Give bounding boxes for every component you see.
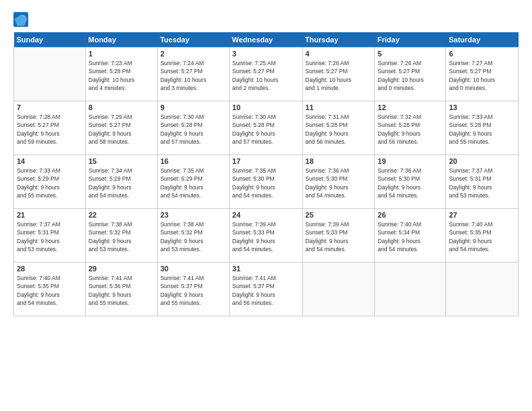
day-info: Sunrise: 7:41 AM Sunset: 5:37 PM Dayligh… — [161, 274, 226, 307]
day-info: Sunrise: 7:35 AM Sunset: 5:30 PM Dayligh… — [232, 167, 300, 199]
day-info: Sunrise: 7:24 AM Sunset: 5:27 PM Dayligh… — [161, 59, 226, 92]
day-cell: 7Sunrise: 7:28 AM Sunset: 5:27 PM Daylig… — [14, 101, 86, 155]
day-info: Sunrise: 7:30 AM Sunset: 5:28 PM Dayligh… — [232, 113, 300, 146]
day-cell: 26Sunrise: 7:40 AM Sunset: 5:34 PM Dayli… — [375, 209, 446, 263]
header-cell-sunday: Sunday — [14, 32, 86, 48]
day-number: 19 — [378, 157, 443, 165]
day-cell: 4Sunrise: 7:26 AM Sunset: 5:27 PM Daylig… — [302, 48, 375, 101]
day-number: 2 — [161, 50, 226, 58]
day-number: 6 — [449, 50, 515, 58]
day-info: Sunrise: 7:23 AM Sunset: 5:28 PM Dayligh… — [89, 59, 154, 92]
header-cell-saturday: Saturday — [446, 32, 519, 48]
day-info: Sunrise: 7:33 AM Sunset: 5:29 PM Dayligh… — [17, 167, 83, 199]
day-cell: 17Sunrise: 7:35 AM Sunset: 5:30 PM Dayli… — [229, 155, 302, 209]
day-cell: 30Sunrise: 7:41 AM Sunset: 5:37 PM Dayli… — [157, 263, 229, 316]
day-number: 22 — [89, 211, 154, 219]
day-info: Sunrise: 7:29 AM Sunset: 5:27 PM Dayligh… — [89, 113, 154, 146]
day-cell: 8Sunrise: 7:29 AM Sunset: 5:27 PM Daylig… — [85, 101, 157, 155]
page: SundayMondayTuesdayWednesdayThursdayFrid… — [0, 0, 532, 411]
day-cell: 9Sunrise: 7:30 AM Sunset: 5:28 PM Daylig… — [157, 101, 229, 155]
day-info: Sunrise: 7:39 AM Sunset: 5:33 PM Dayligh… — [232, 220, 300, 253]
day-info: Sunrise: 7:41 AM Sunset: 5:37 PM Dayligh… — [232, 274, 300, 307]
day-info: Sunrise: 7:26 AM Sunset: 5:27 PM Dayligh… — [306, 59, 372, 92]
day-cell: 29Sunrise: 7:41 AM Sunset: 5:36 PM Dayli… — [85, 263, 157, 316]
day-cell: 5Sunrise: 7:26 AM Sunset: 5:27 PM Daylig… — [375, 48, 446, 101]
day-number: 28 — [17, 265, 83, 273]
header-cell-monday: Monday — [85, 32, 157, 48]
day-info: Sunrise: 7:39 AM Sunset: 5:33 PM Dayligh… — [306, 220, 372, 253]
day-cell: 24Sunrise: 7:39 AM Sunset: 5:33 PM Dayli… — [229, 209, 302, 263]
day-info: Sunrise: 7:30 AM Sunset: 5:28 PM Dayligh… — [161, 113, 226, 146]
day-cell: 27Sunrise: 7:40 AM Sunset: 5:35 PM Dayli… — [446, 209, 519, 263]
day-info: Sunrise: 7:40 AM Sunset: 5:35 PM Dayligh… — [449, 220, 515, 253]
day-cell — [302, 263, 375, 316]
week-row-5: 28Sunrise: 7:40 AM Sunset: 5:35 PM Dayli… — [14, 263, 519, 316]
day-number: 12 — [378, 103, 443, 111]
day-info: Sunrise: 7:26 AM Sunset: 5:27 PM Dayligh… — [378, 59, 443, 92]
day-cell: 1Sunrise: 7:23 AM Sunset: 5:28 PM Daylig… — [85, 48, 157, 101]
day-number: 30 — [161, 265, 226, 273]
day-cell: 19Sunrise: 7:36 AM Sunset: 5:30 PM Dayli… — [375, 155, 446, 209]
day-info: Sunrise: 7:32 AM Sunset: 5:28 PM Dayligh… — [378, 113, 443, 146]
day-number: 8 — [89, 103, 154, 111]
week-row-3: 14Sunrise: 7:33 AM Sunset: 5:29 PM Dayli… — [14, 155, 519, 209]
day-number: 16 — [161, 157, 226, 165]
day-cell: 18Sunrise: 7:36 AM Sunset: 5:30 PM Dayli… — [302, 155, 375, 209]
week-row-2: 7Sunrise: 7:28 AM Sunset: 5:27 PM Daylig… — [14, 101, 519, 155]
day-number: 21 — [17, 211, 83, 219]
header — [13, 12, 519, 27]
day-info: Sunrise: 7:41 AM Sunset: 5:36 PM Dayligh… — [89, 274, 154, 307]
day-info: Sunrise: 7:35 AM Sunset: 5:29 PM Dayligh… — [161, 167, 226, 199]
day-cell: 11Sunrise: 7:31 AM Sunset: 5:28 PM Dayli… — [302, 101, 375, 155]
header-cell-wednesday: Wednesday — [229, 32, 302, 48]
day-number: 14 — [17, 157, 83, 165]
day-cell: 2Sunrise: 7:24 AM Sunset: 5:27 PM Daylig… — [157, 48, 229, 101]
logo-icon — [13, 12, 28, 27]
day-number: 17 — [232, 157, 300, 165]
day-cell: 28Sunrise: 7:40 AM Sunset: 5:35 PM Dayli… — [14, 263, 86, 316]
calendar-table: SundayMondayTuesdayWednesdayThursdayFrid… — [13, 32, 519, 316]
day-cell: 14Sunrise: 7:33 AM Sunset: 5:29 PM Dayli… — [14, 155, 86, 209]
day-number: 11 — [306, 103, 372, 111]
day-info: Sunrise: 7:28 AM Sunset: 5:27 PM Dayligh… — [17, 113, 83, 146]
day-number: 31 — [232, 265, 300, 273]
header-cell-friday: Friday — [375, 32, 446, 48]
day-cell: 10Sunrise: 7:30 AM Sunset: 5:28 PM Dayli… — [229, 101, 302, 155]
day-cell: 13Sunrise: 7:33 AM Sunset: 5:28 PM Dayli… — [446, 101, 519, 155]
day-number: 10 — [232, 103, 300, 111]
day-info: Sunrise: 7:38 AM Sunset: 5:32 PM Dayligh… — [161, 220, 226, 253]
day-cell: 23Sunrise: 7:38 AM Sunset: 5:32 PM Dayli… — [157, 209, 229, 263]
day-number: 29 — [89, 265, 154, 273]
day-number: 20 — [449, 157, 515, 165]
day-number: 24 — [232, 211, 300, 219]
day-number: 26 — [378, 211, 443, 219]
day-number: 3 — [232, 50, 300, 58]
day-cell — [375, 263, 446, 316]
day-info: Sunrise: 7:36 AM Sunset: 5:30 PM Dayligh… — [378, 167, 443, 199]
day-info: Sunrise: 7:27 AM Sunset: 5:27 PM Dayligh… — [449, 59, 515, 92]
day-cell: 25Sunrise: 7:39 AM Sunset: 5:33 PM Dayli… — [302, 209, 375, 263]
day-number: 18 — [306, 157, 372, 165]
day-info: Sunrise: 7:38 AM Sunset: 5:32 PM Dayligh… — [89, 220, 154, 253]
day-cell: 20Sunrise: 7:37 AM Sunset: 5:31 PM Dayli… — [446, 155, 519, 209]
day-info: Sunrise: 7:31 AM Sunset: 5:28 PM Dayligh… — [306, 113, 372, 146]
day-info: Sunrise: 7:37 AM Sunset: 5:31 PM Dayligh… — [449, 167, 515, 199]
day-cell: 3Sunrise: 7:25 AM Sunset: 5:27 PM Daylig… — [229, 48, 302, 101]
day-number: 7 — [17, 103, 83, 111]
day-cell: 16Sunrise: 7:35 AM Sunset: 5:29 PM Dayli… — [157, 155, 229, 209]
day-number: 15 — [89, 157, 154, 165]
week-row-1: 1Sunrise: 7:23 AM Sunset: 5:28 PM Daylig… — [14, 48, 519, 101]
logo — [13, 12, 31, 27]
day-number: 23 — [161, 211, 226, 219]
day-info: Sunrise: 7:40 AM Sunset: 5:34 PM Dayligh… — [378, 220, 443, 253]
day-number: 13 — [449, 103, 515, 111]
day-number: 1 — [89, 50, 154, 58]
day-info: Sunrise: 7:25 AM Sunset: 5:27 PM Dayligh… — [232, 59, 300, 92]
day-number: 4 — [306, 50, 372, 58]
day-info: Sunrise: 7:33 AM Sunset: 5:28 PM Dayligh… — [449, 113, 515, 146]
header-cell-tuesday: Tuesday — [157, 32, 229, 48]
day-info: Sunrise: 7:36 AM Sunset: 5:30 PM Dayligh… — [306, 167, 372, 199]
day-cell: 22Sunrise: 7:38 AM Sunset: 5:32 PM Dayli… — [85, 209, 157, 263]
day-info: Sunrise: 7:40 AM Sunset: 5:35 PM Dayligh… — [17, 274, 83, 307]
header-cell-thursday: Thursday — [302, 32, 375, 48]
